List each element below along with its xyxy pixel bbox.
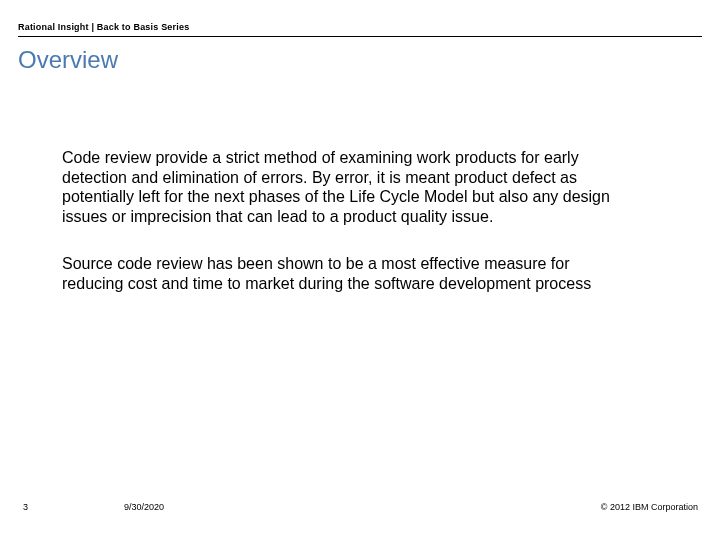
paragraph-2: Source code review has been shown to be …: [62, 254, 622, 293]
footer-copyright: © 2012 IBM Corporation: [601, 502, 698, 512]
page-title: Overview: [18, 46, 118, 74]
horizontal-rule: [18, 36, 702, 37]
paragraph-1: Code review provide a strict method of e…: [62, 148, 622, 226]
header-line: Rational Insight | Back to Basis Series: [18, 22, 189, 32]
footer-date: 9/30/2020: [124, 502, 164, 512]
body-area: Code review provide a strict method of e…: [62, 148, 622, 321]
footer-page-number: 3: [23, 502, 28, 512]
slide: Rational Insight | Back to Basis Series …: [0, 0, 720, 540]
